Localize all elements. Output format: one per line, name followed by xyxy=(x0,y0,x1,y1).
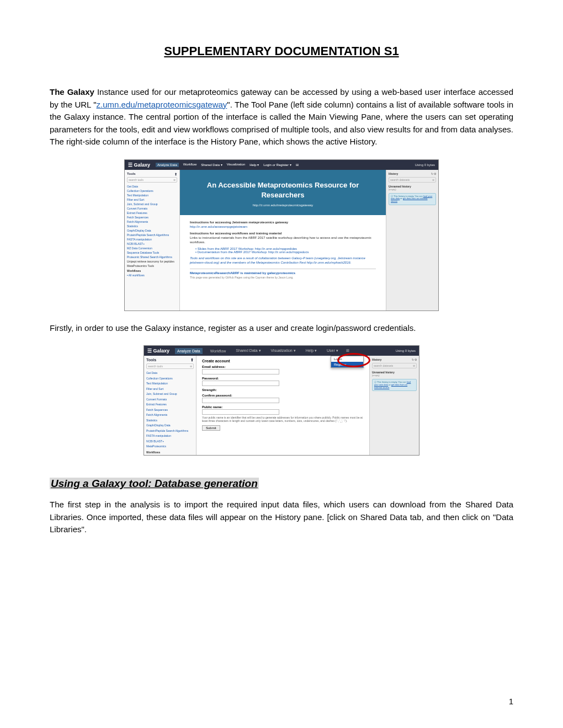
tool-item[interactable]: Text Manipulation xyxy=(146,381,194,387)
password-input[interactable] xyxy=(202,381,279,386)
document-title: SUPPLEMENTARY DOCUMENTATION S1 xyxy=(50,44,513,58)
tool-item[interactable]: Extract Features xyxy=(127,211,177,215)
upload-icon[interactable]: ⬆ xyxy=(174,172,177,176)
tool-item[interactable]: Graph/Display Data xyxy=(146,423,194,429)
user-dropdown: Login Register xyxy=(331,356,364,368)
tool-item[interactable]: Convert Formats xyxy=(127,206,177,211)
tool-item[interactable]: Text Manipulation xyxy=(127,193,177,197)
tool-item[interactable]: Convert Formats xyxy=(146,397,194,403)
gateway-link[interactable]: z.umn.edu/metaproteomicsgateway xyxy=(97,100,227,109)
tool-item[interactable]: MetaProteomics xyxy=(146,444,194,449)
tool-item[interactable]: Fetch Alignments xyxy=(127,220,177,224)
nav-items-2: Analyze Data Workflow Shared Data ▾ Visu… xyxy=(175,347,349,354)
content-h2: Instructions for accessing workflows and… xyxy=(190,232,376,235)
screenshot2-container: ☰ Galaxy Analyze Data Workflow Shared Da… xyxy=(50,345,513,456)
usage-label: Using 0 bytes xyxy=(396,349,416,352)
tool-item[interactable]: Protein/Peptide Search Algorithms xyxy=(127,233,177,237)
galaxy-header: ☰ Galaxy Analyze Data Workflow Shared Da… xyxy=(125,160,438,170)
tool-item[interactable]: Fetch Alignments xyxy=(146,413,194,418)
tool-item[interactable]: Fetch Sequences xyxy=(127,215,177,220)
history-label: History xyxy=(389,172,398,175)
nav-user[interactable]: User ▾ xyxy=(325,347,341,354)
content-link1[interactable]: http://z.umn.edu/accessmpgwjetstream xyxy=(190,225,376,228)
hero-url[interactable]: http://z.umn.edu/metaproteomicsgateway xyxy=(185,204,380,207)
grid-icon[interactable]: ⊞ xyxy=(346,349,349,353)
tool-pane-2: Tools ⬆ search tools⊗ Get Data Collectio… xyxy=(144,356,196,455)
dropdown-login[interactable]: Login xyxy=(331,356,363,362)
nav-analyze[interactable]: Analyze Data xyxy=(175,348,203,354)
nav-analyze[interactable]: Analyze Data xyxy=(156,163,179,167)
tool-item[interactable]: Protein/Peptide Search Algorithms xyxy=(146,429,194,434)
nav-workflow[interactable]: Workflow xyxy=(183,163,197,167)
nav-help[interactable]: Help ▾ xyxy=(304,347,319,354)
history-pane-2: History ↻ ⚙ search datasets⊗ Unnamed his… xyxy=(369,356,419,455)
tool-item[interactable]: Join, Subtract and Group xyxy=(146,392,194,397)
hero-banner: An Accessible Metaproteomics Resource fo… xyxy=(180,170,386,216)
upload-icon[interactable]: ⬆ xyxy=(190,358,194,362)
tool-item[interactable]: Join, Subtract and Group xyxy=(127,202,177,206)
all-workflows[interactable]: • All workflows xyxy=(146,454,194,456)
tool-item[interactable]: Statistics xyxy=(127,224,177,228)
dropdown-register[interactable]: Register xyxy=(331,362,363,367)
tool-sub[interactable]: MetaProteomics Tools xyxy=(127,264,177,268)
submit-button[interactable]: Submit xyxy=(202,425,220,431)
tool-item[interactable]: Collection Operations xyxy=(127,189,177,193)
all-workflows[interactable]: • All workflows xyxy=(127,273,177,277)
usage-label: Using 0 bytes xyxy=(415,163,435,167)
nav-items: Analyze Data Workflow Shared Data ▾ Visu… xyxy=(156,163,299,167)
tool-item[interactable]: Filter and Sort xyxy=(146,387,194,392)
tool-item[interactable]: Get Data xyxy=(146,371,194,376)
galaxy-logo: ☰ Galaxy xyxy=(128,162,150,168)
content-p3: Tools and workflows on this site are a r… xyxy=(190,256,376,265)
history-size: (empty) xyxy=(389,188,436,191)
tool-item[interactable]: Get Data xyxy=(127,184,177,189)
content-p2: Links to instructional materials from th… xyxy=(190,236,376,245)
tools-header: Tools xyxy=(146,358,156,362)
tool-item[interactable]: FASTA manipulation xyxy=(127,237,177,242)
nav-workflow[interactable]: Workflow xyxy=(208,348,229,354)
nav-viz[interactable]: Visualization xyxy=(227,163,246,167)
history-icons[interactable]: ↻ ⚙ xyxy=(431,172,436,175)
tool-item[interactable]: Sequence Database Tools xyxy=(127,250,177,255)
tool-item[interactable]: FASTA manipulation xyxy=(146,433,194,439)
tool-item[interactable]: Collection Operations xyxy=(146,376,194,382)
nav-shared[interactable]: Shared Data ▾ xyxy=(201,163,222,167)
workflows-label: Workflows xyxy=(127,268,177,273)
tool-item[interactable]: Filter and Sort xyxy=(127,197,177,202)
tool-item[interactable]: Fetch Sequences xyxy=(146,408,194,413)
clear-icon[interactable]: ⊗ xyxy=(173,178,176,181)
hero-line1: An Accessible Metaproteomics Resource fo… xyxy=(185,181,380,190)
nav-login[interactable]: Login or Register ▾ xyxy=(263,163,291,167)
tool-item[interactable]: Statistics xyxy=(146,418,194,424)
section-heading-wrap: Using a Galaxy tool: Database generation xyxy=(50,478,513,490)
history-search[interactable]: search datasets⊗ xyxy=(372,363,417,368)
tool-item[interactable]: NCBI BLAST+ xyxy=(146,439,194,445)
para2: Firstly, in order to use the Galaxy inst… xyxy=(50,322,513,335)
nav-help[interactable]: Help ▾ xyxy=(249,163,259,167)
page-number: 1 xyxy=(509,697,513,706)
nav-viz[interactable]: Visualization ▾ xyxy=(269,347,298,354)
nav-shared[interactable]: Shared Data ▾ xyxy=(233,347,263,354)
tool-item[interactable]: NCBI BLAST+ xyxy=(127,242,177,246)
confirm-input[interactable] xyxy=(202,398,279,403)
strength-label: Strength: xyxy=(202,388,364,392)
grid-icon[interactable]: ⊞ xyxy=(296,163,299,167)
tool-search[interactable]: search tools⊗ xyxy=(127,177,177,183)
tool-sub[interactable]: Unipept retrieve taxonomy for peptides xyxy=(127,259,177,264)
tool-search[interactable]: search tools⊗ xyxy=(146,363,194,369)
galaxy-screenshot-2: ☰ Galaxy Analyze Data Workflow Shared Da… xyxy=(144,345,419,456)
email-input[interactable] xyxy=(202,369,279,374)
main-pane: An Accessible Metaproteomics Resource fo… xyxy=(180,170,386,311)
public-name-input[interactable] xyxy=(202,409,279,415)
content-li2[interactable]: • Documentation from the ABRF 2017 Works… xyxy=(195,250,376,254)
content-h1: Instructions for accessing Jetstream met… xyxy=(190,221,376,224)
history-empty-msg: ⓘ This history is empty. You can load yo… xyxy=(389,193,436,205)
tool-item[interactable]: Graph/Display Data xyxy=(127,228,177,233)
tool-item[interactable]: MZ Data Conversion xyxy=(127,246,177,250)
screenshot1-container: ☰ Galaxy Analyze Data Workflow Shared Da… xyxy=(50,159,513,311)
tool-item[interactable]: Proteomic Shared Search Algorithms xyxy=(127,255,177,259)
password-label: Password: xyxy=(202,377,364,380)
history-icons[interactable]: ↻ ⚙ xyxy=(412,358,417,361)
history-search[interactable]: search datasets⊗ xyxy=(389,177,436,183)
tool-item[interactable]: Extract Features xyxy=(146,402,194,408)
